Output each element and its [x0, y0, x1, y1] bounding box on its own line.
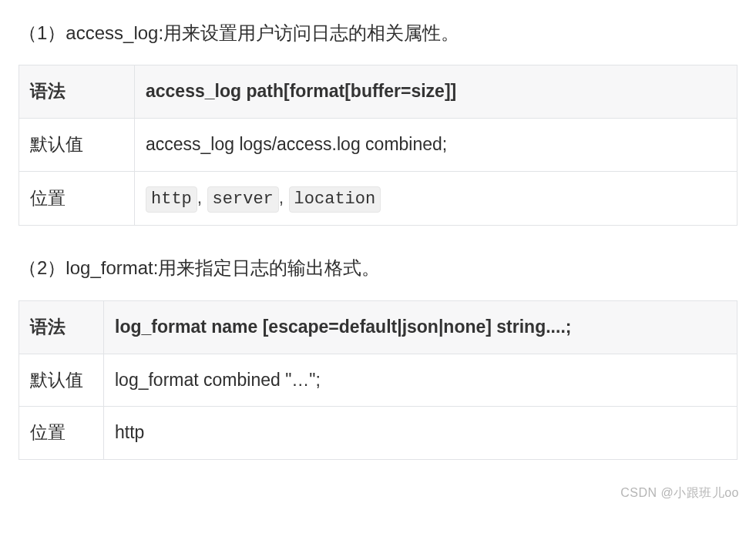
- table-row: 默认值 access_log logs/access.log combined;: [19, 119, 738, 172]
- code-keyword: server: [207, 186, 279, 213]
- row-value: http, server, location: [135, 171, 738, 226]
- row-value: access_log logs/access.log combined;: [135, 119, 738, 172]
- section-log-format: （2）log_format:用来指定日志的输出格式。 语法 log_format…: [18, 253, 738, 459]
- row-value: http: [104, 407, 738, 460]
- section-access-log: （1）access_log:用来设置用户访问日志的相关属性。 语法 access…: [18, 18, 738, 226]
- header-label: 语法: [19, 300, 104, 354]
- row-label: 默认值: [19, 354, 104, 407]
- defn-table-access-log: 语法 access_log path[format[buffer=size]] …: [18, 65, 738, 226]
- row-label: 默认值: [19, 119, 135, 172]
- table-row: 默认值 log_format combined "…";: [19, 354, 738, 407]
- code-keyword: http: [146, 186, 197, 213]
- watermark: CSDN @小跟班儿oo: [620, 485, 739, 501]
- section-title: （1）access_log:用来设置用户访问日志的相关属性。: [18, 18, 738, 48]
- header-label: 语法: [19, 65, 135, 119]
- row-value: log_format combined "…";: [104, 354, 738, 407]
- header-value: access_log path[format[buffer=size]]: [135, 65, 738, 119]
- code-keyword: location: [289, 186, 381, 213]
- table-row: 位置 http: [19, 407, 738, 460]
- header-value: log_format name [escape=default|json|non…: [104, 300, 738, 354]
- table-row: 位置 http, server, location: [19, 171, 738, 226]
- defn-table-log-format: 语法 log_format name [escape=default|json|…: [18, 300, 738, 460]
- row-label: 位置: [19, 171, 135, 226]
- row-label: 位置: [19, 407, 104, 460]
- section-title: （2）log_format:用来指定日志的输出格式。: [18, 253, 738, 283]
- code-separator: ,: [197, 187, 207, 207]
- code-separator: ,: [279, 187, 289, 207]
